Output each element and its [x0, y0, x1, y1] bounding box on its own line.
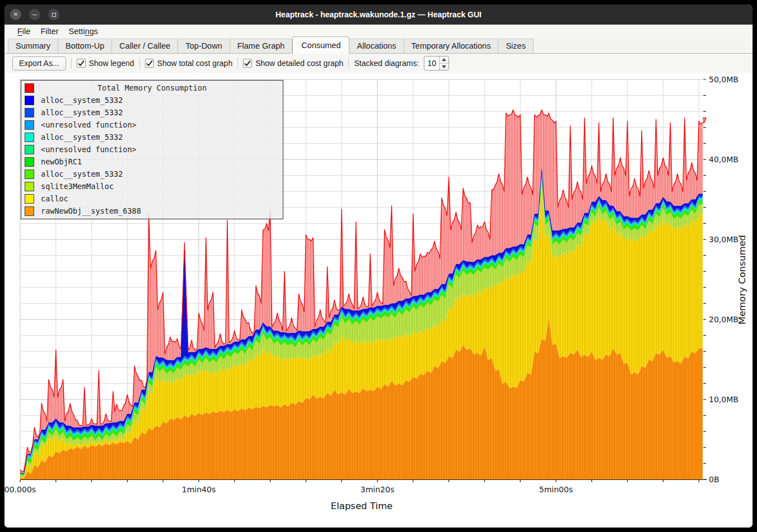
y-axis-tick-label: 30,0MB — [709, 234, 739, 244]
menubar: FileFilterSettings — [4, 25, 753, 38]
x-axis-title: Elapsed Time — [331, 501, 392, 511]
legend-item: alloc__system_5332 — [21, 131, 283, 143]
legend-item: alloc__system_5332 — [21, 168, 283, 180]
legend-swatch — [25, 182, 34, 191]
legend-item-label: <unresolved function> — [41, 145, 137, 154]
arrow-up-icon — [442, 58, 446, 61]
x-axis-tick-label: 1min40s — [182, 485, 216, 494]
legend-title-row: Total Memory Consumption — [21, 82, 283, 94]
export-as-button[interactable]: Export As... — [12, 57, 66, 70]
app-window: ✕ Heaptrack - heaptrack.wakunode.1.gz — … — [4, 4, 753, 528]
legend-title: Total Memory Consumption — [34, 83, 283, 92]
window-title: Heaptrack - heaptrack.wakunode.1.gz — He… — [4, 10, 753, 19]
legend-item-label: newObjRC1 — [41, 157, 82, 166]
legend-item-label: alloc__system_5332 — [41, 96, 123, 105]
tab-flame-graph[interactable]: Flame Graph — [230, 39, 293, 53]
screenshot-frame: ✕ Heaptrack - heaptrack.wakunode.1.gz — … — [0, 0, 757, 532]
legend-item: sqlite3MemMalloc — [21, 180, 283, 192]
checkbox-show-legend[interactable]: Show legend — [77, 59, 134, 68]
legend-item-label: alloc__system_5332 — [41, 108, 123, 117]
y-axis-title: Memory Consumed — [737, 235, 747, 324]
legend-swatch — [25, 194, 34, 204]
legend-swatch — [25, 108, 34, 117]
y-axis-tick-label: 40,0MB — [709, 154, 739, 164]
legend-swatch — [25, 157, 34, 167]
legend-swatch — [25, 133, 34, 142]
toolbar-separator — [237, 58, 238, 69]
checkbox-icon — [77, 59, 86, 68]
toolbar-separator — [348, 58, 349, 69]
x-axis-tick-label: 5min00s — [539, 485, 573, 494]
legend-item: <unresolved function> — [21, 119, 283, 131]
y-axis-tick-label: 20,0MB — [709, 314, 739, 324]
menu-filter[interactable]: Filter — [35, 26, 63, 37]
stacked-diagrams-spinbox[interactable]: 10 — [424, 56, 449, 70]
spinbox-down-button[interactable] — [440, 64, 448, 70]
memory-consumption-chart: Total Memory Consumptionalloc__system_53… — [4, 73, 753, 528]
toolbar: Export As... Show legend Show total cost… — [4, 54, 753, 73]
legend-swatch — [25, 83, 34, 93]
legend-item-label: alloc__system_5332 — [41, 133, 123, 142]
menu-settings[interactable]: Settings — [64, 26, 103, 37]
tab-sizes[interactable]: Sizes — [498, 39, 533, 53]
tab-summary[interactable]: Summary — [8, 39, 58, 53]
tab-temporary-allocations[interactable]: Temporary Allocations — [404, 39, 499, 53]
y-axis-tick-label: 0B — [709, 474, 719, 484]
y-axis-tick-label: 10,0MB — [709, 394, 739, 404]
legend-item: rawNewObj__system_6388 — [21, 205, 283, 217]
x-axis-tick-label: 00.000s — [4, 485, 36, 494]
arrow-down-icon — [442, 65, 446, 68]
menu-file[interactable]: File — [12, 26, 35, 37]
tabbar: SummaryBottom-UpCaller / CalleeTop-DownF… — [4, 38, 753, 54]
checkbox-show-detailed-cost-graph[interactable]: Show detailed cost graph — [243, 59, 343, 68]
tab-bottom-up[interactable]: Bottom-Up — [58, 39, 112, 53]
legend-swatch — [25, 120, 34, 130]
spinbox-value: 10 — [424, 57, 439, 70]
spinbox-up-button[interactable] — [440, 57, 448, 64]
x-axis-tick-label: 3min20s — [361, 485, 394, 494]
chart-legend: Total Memory Consumptionalloc__system_53… — [21, 80, 283, 219]
tab-caller-callee[interactable]: Caller / Callee — [112, 39, 178, 53]
tab-allocations[interactable]: Allocations — [349, 39, 404, 53]
toolbar-separator — [71, 58, 72, 69]
legend-item-label: sqlite3MemMalloc — [41, 182, 114, 191]
legend-item-label: <unresolved function> — [41, 120, 137, 129]
titlebar: ✕ Heaptrack - heaptrack.wakunode.1.gz — … — [4, 4, 753, 25]
legend-item-label: rawNewObj__system_6388 — [41, 206, 141, 215]
legend-item: alloc__system_5332 — [21, 94, 283, 106]
legend-item-label: calloc — [41, 194, 68, 203]
legend-item-label: alloc__system_5332 — [41, 170, 123, 178]
legend-swatch — [25, 96, 34, 105]
stacked-diagrams-label: Stacked diagrams: — [354, 59, 419, 68]
tab-top-down[interactable]: Top-Down — [178, 39, 230, 53]
checkbox-icon — [243, 59, 252, 68]
legend-swatch — [25, 170, 34, 179]
legend-swatch — [25, 145, 34, 154]
legend-item: alloc__system_5332 — [21, 106, 283, 119]
checkbox-icon — [145, 59, 154, 68]
checkbox-show-total-cost-graph[interactable]: Show total cost graph — [145, 59, 233, 68]
y-axis-tick-label: 50,0MB — [709, 74, 739, 84]
legend-item: calloc — [21, 192, 283, 205]
tab-consumed[interactable]: Consumed — [292, 36, 349, 54]
legend-item: newObjRC1 — [21, 156, 283, 168]
toolbar-separator — [139, 58, 140, 69]
legend-item: <unresolved function> — [21, 143, 283, 156]
legend-swatch — [25, 206, 34, 216]
